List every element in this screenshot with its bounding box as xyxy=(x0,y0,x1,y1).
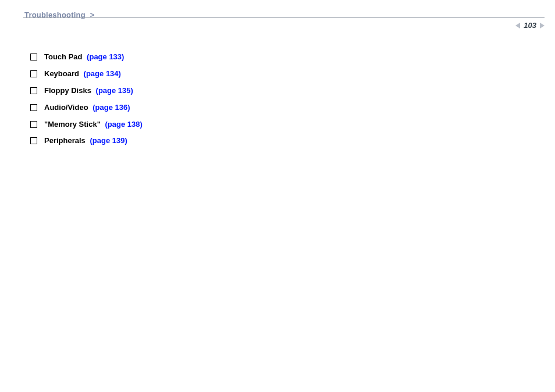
toc-item: Touch Pad (page 133) xyxy=(30,52,532,62)
toc-label: Peripherals xyxy=(44,136,86,145)
toc-item: Keyboard (page 134) xyxy=(30,69,532,79)
toc-label: Audio/Video xyxy=(44,103,88,112)
toc-label: "Memory Stick" xyxy=(44,120,101,129)
troubleshooting-toc: Touch Pad (page 133) Keyboard (page 134)… xyxy=(30,52,532,146)
toc-page-link[interactable]: (page 133) xyxy=(87,52,124,61)
header-rule xyxy=(23,17,545,18)
toc-page-link[interactable]: (page 136) xyxy=(92,103,130,112)
toc-label: Floppy Disks xyxy=(44,86,91,95)
square-bullet-icon xyxy=(30,70,37,77)
square-bullet-icon xyxy=(30,121,37,128)
square-bullet-icon xyxy=(30,87,37,94)
square-bullet-icon xyxy=(30,54,37,60)
page-number-nav: 103 xyxy=(515,21,545,30)
toc-item: Peripherals (page 139) xyxy=(30,136,532,146)
toc-page-link[interactable]: (page 134) xyxy=(84,69,121,78)
toc-item: Floppy Disks (page 135) xyxy=(30,86,532,96)
toc-label: Touch Pad xyxy=(44,52,82,61)
toc-item: "Memory Stick" (page 138) xyxy=(30,120,532,130)
next-page-arrow-icon[interactable] xyxy=(540,23,545,28)
page-header: Troubleshooting > xyxy=(0,0,555,20)
toc-page-link[interactable]: (page 138) xyxy=(105,120,142,129)
toc-item: Audio/Video (page 136) xyxy=(30,103,532,113)
prev-page-arrow-icon[interactable] xyxy=(515,23,520,28)
square-bullet-icon xyxy=(30,137,37,144)
content-area: Touch Pad (page 133) Keyboard (page 134)… xyxy=(30,52,532,153)
square-bullet-icon xyxy=(30,104,37,111)
page-number: 103 xyxy=(524,21,536,30)
toc-page-link[interactable]: (page 135) xyxy=(96,86,133,95)
toc-label: Keyboard xyxy=(44,69,79,78)
toc-page-link[interactable]: (page 139) xyxy=(90,136,127,145)
